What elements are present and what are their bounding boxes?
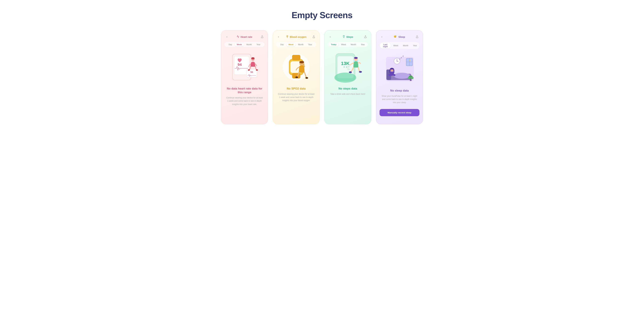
svg-rect-14 [292,55,300,60]
oxygen-card: ‹ Blood oxygen Day Week [273,30,320,124]
tab-sleep-lastnight[interactable]: Last night [380,43,391,48]
back-button-oxygen[interactable]: ‹ [276,35,281,39]
card-title-steps: Steps [342,35,353,39]
tab-steps-month[interactable]: Month [349,43,358,46]
tab-steps-year[interactable]: Year [359,43,366,46]
tab-steps-today[interactable]: Today [329,43,338,46]
card-header-steps: ‹ Steps [328,35,368,39]
svg-point-25 [344,36,344,36]
svg-point-61 [388,74,391,76]
tabs-oxygen: Day Week Month Year [276,42,316,47]
share-button-steps[interactable] [363,35,368,39]
tab-oxygen-week[interactable]: Week [286,43,296,46]
svg-point-8 [251,57,254,59]
card-header-heart: ‹ Heart rate [224,35,264,39]
svg-text:13K: 13K [341,61,350,66]
svg-point-37 [359,71,362,73]
svg-point-22 [295,76,298,78]
svg-point-9 [248,69,250,71]
back-button-heart[interactable]: ‹ [224,35,229,39]
steps-icon [342,35,345,39]
tab-sleep-year[interactable]: Year [411,43,419,48]
svg-point-31 [344,67,345,68]
svg-point-50 [397,61,397,61]
tab-sleep-week[interactable]: Week [392,43,400,48]
svg-point-35 [354,57,358,59]
sleep-card: ‹ 😴 Sleep Last night Week Month [376,30,423,124]
svg-point-24 [343,36,344,36]
oxygen-illustration [280,50,313,84]
svg-point-10 [256,69,258,71]
svg-text:😴: 😴 [394,35,397,38]
card-title-oxygen: Blood oxygen [286,35,306,39]
share-button-sleep[interactable] [415,35,420,39]
tabs-steps: Today Week Month Year [328,42,368,47]
share-button-heart[interactable] [260,35,264,39]
manually-record-sleep-button[interactable]: Manually record sleep [380,109,420,116]
sleep-no-data-title: No sleep data [390,89,409,93]
share-button-oxygen[interactable] [312,35,316,39]
tab-sleep-month[interactable]: Month [401,43,410,48]
tabs-sleep: Last night Week Month Year [380,42,420,49]
svg-point-11 [287,36,288,37]
page-title: Empty Screens [292,10,352,20]
card-title-sleep: 😴 Sleep [394,35,405,39]
oxygen-icon [286,35,289,39]
svg-point-62 [393,74,396,76]
svg-text:z: z [401,56,402,59]
tab-heart-month[interactable]: Month [244,43,254,46]
sleep-icon: 😴 [394,35,397,39]
oxygen-no-data-subtitle: Continue wearing your device for at leas… [276,93,316,102]
card-header-oxygen: ‹ Blood oxygen [276,35,316,39]
svg-point-57 [394,73,410,79]
back-button-sleep[interactable]: ‹ [380,35,384,39]
steps-illustration: 13K [331,50,364,84]
steps-no-data-title: No steps data [338,87,357,91]
tab-oxygen-month[interactable]: Month [296,43,306,46]
back-button-steps[interactable]: ‹ [328,35,332,39]
sleep-no-data-subtitle: Wear your AuraPulse for at least 1 night… [380,95,420,104]
svg-point-65 [408,77,410,79]
heart-rate-card: ‹ Heart rate Day Week Month [221,30,268,124]
svg-text:94: 94 [238,63,242,67]
sleep-illustration: z z z [383,52,416,86]
svg-point-21 [299,61,304,63]
svg-text:z: z [402,55,404,57]
steps-no-data-subtitle: Take a brisk walk and check back here! [329,93,367,96]
svg-point-36 [349,71,352,73]
card-header-sleep: ‹ 😴 Sleep [380,35,420,39]
svg-point-29 [334,73,356,83]
tab-steps-week[interactable]: Week [339,43,348,46]
tabs-heart: Day Week Month Year [224,42,264,47]
cards-container: ‹ Heart rate Day Week Month [221,30,423,124]
tab-heart-day[interactable]: Day [226,43,234,46]
tab-heart-week[interactable]: Week [235,43,244,46]
heart-icon [237,35,239,39]
heart-illustration: 94 94 [228,50,261,84]
svg-point-32 [346,67,347,68]
oxygen-no-data-title: No SPO2 data [287,87,306,91]
tab-heart-year[interactable]: Year [254,43,262,46]
svg-point-23 [306,77,308,79]
card-title-heart: Heart rate [237,35,252,39]
tab-oxygen-day[interactable]: Day [278,43,286,46]
svg-point-60 [390,68,394,70]
svg-point-66 [411,77,414,79]
tab-oxygen-year[interactable]: Year [306,43,314,46]
steps-card: ‹ Steps [324,30,371,124]
svg-text:z: z [400,58,400,60]
heart-no-data-subtitle: Continue wearing your device for at leas… [224,96,264,106]
heart-no-data-title: No data heart rate data for this range [224,87,264,94]
svg-text:94: 94 [250,71,253,73]
